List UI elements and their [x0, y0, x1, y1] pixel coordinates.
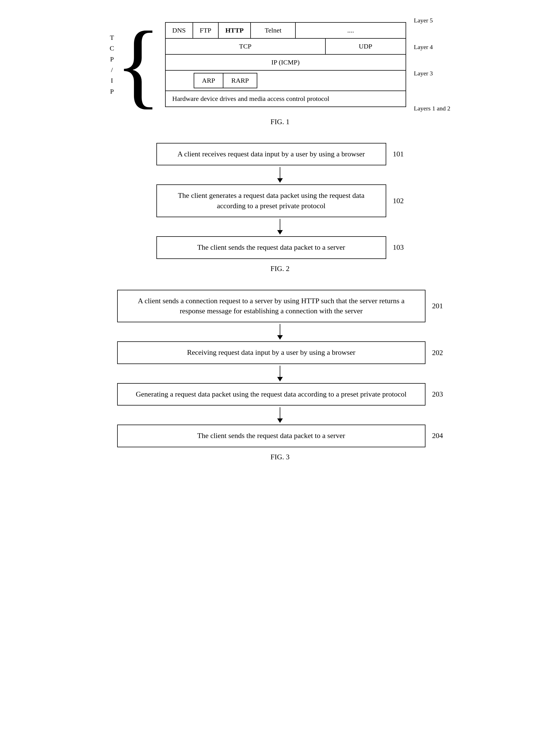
step-204-text: The client sends the request data packet… — [197, 431, 345, 441]
arrow-head-2 — [277, 230, 283, 234]
step-204-box: The client sends the request data packet… — [117, 425, 425, 447]
step-203-box: Generating a request data packet using t… — [117, 383, 425, 406]
arrow-line-5 — [280, 407, 280, 419]
tcp-ip-label: TCP/IP — [109, 32, 114, 97]
fig1-container: TCP/IP { DNS FTP HTTP Telnet .... TCP UD… — [84, 17, 476, 126]
step-203-text: Generating a request data packet using t… — [136, 389, 407, 400]
layer12-row: Hardware device drives and media access … — [166, 91, 405, 106]
arrow-4 — [126, 366, 434, 382]
tcp-cell: TCP — [166, 39, 326, 54]
ip-cell: IP (ICMP) — [166, 55, 405, 70]
step-101-number: 101 — [393, 150, 404, 158]
step-202-box: Receiving request data input by a user b… — [117, 341, 425, 364]
fig2-caption: FIG. 2 — [271, 265, 289, 273]
arrow-head-1 — [277, 178, 283, 183]
layer3-label: Layer 3 — [414, 70, 451, 77]
layer5-row: DNS FTP HTTP Telnet .... — [166, 23, 405, 39]
fig2-container: A client receives request data input by … — [84, 143, 476, 273]
layer5-label: Layer 5 — [414, 17, 451, 24]
step-201-box: A client sends a connection request to a… — [117, 290, 425, 323]
step-103-number: 103 — [393, 243, 404, 252]
rarp-cell: RARP — [223, 74, 257, 88]
step-102-text: The client generates a request data pack… — [165, 190, 377, 211]
arrow-head-4 — [277, 377, 283, 382]
step-202-text: Receiving request data input by a user b… — [187, 348, 355, 358]
http-cell: HTTP — [219, 23, 251, 38]
fig1-caption: FIG. 1 — [271, 118, 289, 126]
layer3-row: IP (ICMP) — [166, 55, 405, 70]
step-103-text: The client sends the request data packet… — [197, 242, 345, 252]
ftp-cell: FTP — [193, 23, 219, 38]
arrow-1 — [165, 167, 395, 183]
fig3-flow: A client sends a connection request to a… — [84, 290, 476, 447]
step-101-box: A client receives request data input by … — [156, 143, 386, 165]
step-201-number: 201 — [432, 302, 443, 310]
fig3-caption: FIG. 3 — [271, 453, 289, 461]
protocol-table: DNS FTP HTTP Telnet .... TCP UDP IP (ICM… — [165, 22, 406, 107]
step-202-row: Receiving request data input by a user b… — [84, 341, 476, 364]
step-202-number: 202 — [432, 349, 443, 357]
udp-cell: UDP — [326, 39, 405, 54]
step-201-text: A client sends a connection request to a… — [126, 296, 417, 317]
hardware-cell: Hardware device drives and media access … — [166, 91, 405, 106]
arp-rarp-table: ARP RARP — [194, 73, 257, 88]
arrow-line-3 — [280, 324, 280, 335]
arrow-line-4 — [280, 366, 280, 377]
arrow-line-1 — [280, 167, 280, 178]
arrow-5 — [126, 407, 434, 423]
telnet-cell: Telnet — [251, 23, 296, 38]
step-204-number: 204 — [432, 432, 443, 440]
step-102-row: The client generates a request data pack… — [84, 184, 476, 217]
step-101-text: A client receives request data input by … — [177, 149, 365, 159]
step-103-box: The client sends the request data packet… — [156, 236, 386, 259]
dns-cell: DNS — [166, 23, 193, 38]
arrow-3 — [126, 324, 434, 340]
arrow-head-3 — [277, 335, 283, 340]
dots-cell: .... — [296, 23, 405, 38]
step-102-number: 102 — [393, 197, 404, 205]
step-203-row: Generating a request data packet using t… — [84, 383, 476, 406]
step-204-row: The client sends the request data packet… — [84, 425, 476, 447]
brace-symbol: { — [115, 24, 161, 105]
fig3-container: A client sends a connection request to a… — [84, 290, 476, 461]
step-102-box: The client generates a request data pack… — [156, 184, 386, 217]
layer-labels: Layer 5 Layer 4 Layer 3 Layers 1 and 2 — [414, 17, 451, 112]
step-203-number: 203 — [432, 390, 443, 399]
fig2-flow: A client receives request data input by … — [84, 143, 476, 259]
layer4-label: Layer 4 — [414, 43, 451, 51]
arp-cell: ARP — [194, 74, 224, 88]
layer4-row: TCP UDP — [166, 39, 405, 55]
step-201-row: A client sends a connection request to a… — [84, 290, 476, 323]
arrow-head-5 — [277, 419, 283, 423]
step-101-row: A client receives request data input by … — [84, 143, 476, 165]
arp-rarp-row: ARP RARP — [166, 70, 405, 91]
arrow-line-2 — [280, 219, 280, 230]
step-103-row: The client sends the request data packet… — [84, 236, 476, 259]
arrow-2 — [165, 219, 395, 234]
layer12-label: Layers 1 and 2 — [414, 105, 451, 112]
